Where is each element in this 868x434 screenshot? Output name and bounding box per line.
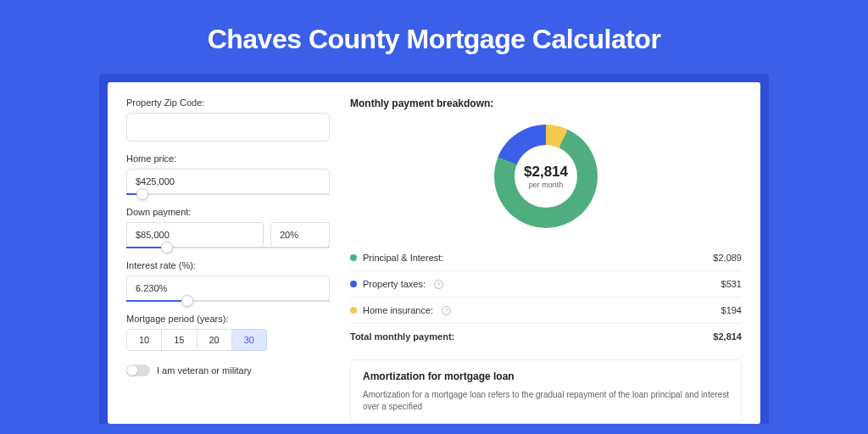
legend-label: Property taxes:	[363, 279, 426, 289]
legend-value: $531	[721, 279, 742, 289]
legend-total-label: Total monthly payment:	[350, 331, 454, 342]
mortgage-period-buttons: 10152030	[126, 329, 330, 351]
legend-total-row: Total monthly payment:$2,814	[350, 323, 742, 349]
amortization-title: Amortization for mortgage loan	[363, 370, 729, 382]
home-price-input[interactable]	[126, 169, 330, 194]
page-title: Chaves County Mortgage Calculator	[0, 0, 868, 74]
info-icon[interactable]: ?	[434, 280, 443, 289]
legend-value: $2,089	[713, 253, 742, 263]
legend-value: $194	[721, 305, 742, 315]
calculator-card: Property Zip Code: Home price: Down paym…	[108, 82, 760, 424]
interest-rate-slider-thumb[interactable]	[181, 295, 193, 307]
legend-left: Principal & Interest:	[350, 253, 443, 263]
legend-total-value: $2,814	[713, 331, 742, 342]
legend: Principal & Interest:$2,089Property taxe…	[350, 245, 742, 349]
mortgage-period-btn-10[interactable]: 10	[126, 329, 162, 351]
swatch-icon	[350, 281, 357, 287]
interest-rate-slider-fill	[126, 300, 187, 302]
amortization-card: Amortization for mortgage loan Amortizat…	[350, 359, 742, 424]
donut-value: $2,814	[524, 164, 568, 181]
interest-rate-label: Interest rate (%):	[126, 260, 330, 270]
donut-center: $2,814 per month	[494, 125, 598, 228]
mortgage-period-btn-15[interactable]: 15	[162, 329, 197, 351]
legend-row: Property taxes:?$531	[350, 270, 742, 297]
home-price-slider-thumb[interactable]	[136, 188, 148, 200]
down-payment-slider[interactable]	[126, 247, 330, 248]
legend-row: Principal & Interest:$2,089	[350, 245, 742, 270]
donut-wrap: $2,814 per month	[350, 120, 742, 242]
zip-input[interactable]	[126, 113, 330, 142]
calculator-card-outer: Property Zip Code: Home price: Down paym…	[99, 74, 769, 424]
zip-label: Property Zip Code:	[126, 97, 330, 108]
donut-chart: $2,814 per month	[494, 125, 598, 228]
zip-group: Property Zip Code:	[126, 97, 330, 142]
home-price-slider[interactable]	[126, 193, 330, 195]
down-payment-pct-input[interactable]	[270, 222, 330, 248]
down-payment-slider-thumb[interactable]	[161, 242, 173, 253]
mortgage-period-btn-20[interactable]: 20	[198, 329, 232, 351]
mortgage-period-label: Mortgage period (years):	[126, 314, 330, 324]
legend-row: Home insurance:?$194	[350, 297, 742, 323]
down-payment-group: Down payment:	[126, 207, 330, 248]
form-column: Property Zip Code: Home price: Down paym…	[126, 97, 330, 424]
legend-label: Principal & Interest:	[363, 253, 443, 263]
swatch-icon	[350, 307, 357, 314]
amortization-text: Amortization for a mortgage loan refers …	[363, 389, 729, 413]
mortgage-period-group: Mortgage period (years): 10152030	[126, 314, 330, 351]
donut-sublabel: per month	[529, 181, 564, 189]
legend-label: Home insurance:	[363, 305, 433, 315]
veteran-row: I am veteran or military	[126, 364, 330, 376]
legend-left: Property taxes:?	[350, 279, 443, 289]
info-icon[interactable]: ?	[442, 306, 451, 315]
down-payment-input[interactable]	[126, 222, 264, 248]
home-price-label: Home price:	[126, 153, 330, 164]
swatch-icon	[350, 254, 357, 261]
veteran-label: I am veteran or military	[157, 365, 252, 376]
down-payment-label: Down payment:	[126, 207, 330, 217]
breakdown-title: Monthly payment breakdown:	[350, 97, 742, 109]
interest-rate-slider[interactable]	[126, 300, 330, 302]
interest-rate-input[interactable]	[126, 275, 330, 301]
breakdown-column: Monthly payment breakdown: $2,814 per mo…	[350, 97, 742, 424]
home-price-group: Home price:	[126, 153, 330, 195]
legend-left: Home insurance:?	[350, 305, 451, 315]
mortgage-period-btn-30[interactable]: 30	[232, 329, 267, 351]
veteran-toggle[interactable]	[126, 364, 150, 376]
interest-rate-group: Interest rate (%):	[126, 260, 330, 302]
